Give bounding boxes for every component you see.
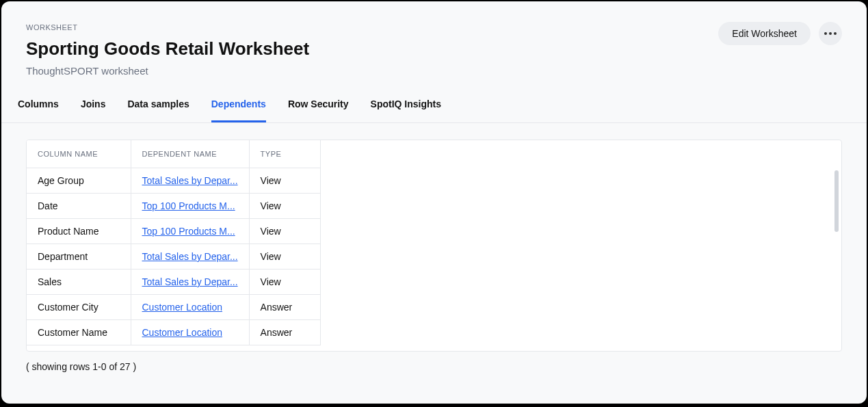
dot-icon	[824, 32, 827, 35]
cell-type: View	[249, 219, 320, 244]
cell-column-name: Date	[27, 194, 131, 219]
table-row: Sales Total Sales by Depar... View	[27, 270, 320, 295]
table-row: Customer City Customer Location Answer	[27, 295, 320, 320]
table-row: Date Top 100 Products M... View	[27, 194, 320, 219]
table-header-row: COLUMN NAME DEPENDENT NAME TYPE	[27, 140, 320, 168]
th-column-name[interactable]: COLUMN NAME	[27, 140, 131, 168]
row-counter: ( showing rows 1-0 of 27 )	[1, 352, 867, 372]
cell-column-name: Customer Name	[27, 320, 131, 345]
cell-type: View	[249, 194, 320, 219]
cell-type: View	[249, 270, 320, 295]
table-container: COLUMN NAME DEPENDENT NAME TYPE Age Grou…	[26, 140, 842, 352]
dot-icon	[834, 32, 837, 35]
dependent-link[interactable]: Total Sales by Depar...	[142, 251, 238, 262]
dependent-link[interactable]: Customer Location	[142, 302, 223, 313]
th-type[interactable]: TYPE	[249, 140, 320, 168]
tab-row-security[interactable]: Row Security	[288, 99, 349, 122]
table-scroll[interactable]: COLUMN NAME DEPENDENT NAME TYPE Age Grou…	[27, 140, 841, 351]
dependent-link[interactable]: Customer Location	[142, 327, 223, 338]
tab-joins[interactable]: Joins	[81, 99, 106, 122]
table-row: Product Name Top 100 Products M... View	[27, 219, 320, 244]
dependent-link[interactable]: Total Sales by Depar...	[142, 276, 238, 287]
tab-dependents[interactable]: Dependents	[211, 99, 266, 122]
cell-type: Answer	[249, 295, 320, 320]
header-actions: Edit Worksheet	[718, 22, 842, 45]
tab-spotiq-insights[interactable]: SpotIQ Insights	[371, 99, 441, 122]
dot-icon	[829, 32, 832, 35]
table-row: Customer Name Customer Location Answer	[27, 320, 320, 345]
cell-column-name: Age Group	[27, 168, 131, 194]
cell-column-name: Sales	[27, 270, 131, 295]
tab-data-samples[interactable]: Data samples	[127, 99, 189, 122]
dependent-link[interactable]: Total Sales by Depar...	[142, 175, 238, 186]
cell-type: View	[249, 168, 320, 194]
scrollbar-track	[834, 170, 839, 348]
cell-type: Answer	[249, 320, 320, 345]
cell-column-name: Department	[27, 244, 131, 270]
header-left: WORKSHEET Sporting Goods Retail Workshee…	[26, 23, 718, 77]
cell-column-name: Product Name	[27, 219, 131, 244]
eyebrow: WORKSHEET	[26, 23, 718, 31]
page-subtitle: ThoughtSPORT worksheet	[26, 65, 718, 77]
table-row: Age Group Total Sales by Depar... View	[27, 168, 320, 194]
th-dependent-name[interactable]: DEPENDENT NAME	[131, 140, 249, 168]
page-title: Sporting Goods Retail Worksheet	[26, 38, 718, 60]
table-row: Department Total Sales by Depar... View	[27, 244, 320, 270]
dependent-link[interactable]: Top 100 Products M...	[142, 200, 235, 211]
dependent-link[interactable]: Top 100 Products M...	[142, 226, 235, 237]
tabs: Columns Joins Data samples Dependents Ro…	[1, 77, 867, 123]
cell-column-name: Customer City	[27, 295, 131, 320]
header: WORKSHEET Sporting Goods Retail Workshee…	[1, 1, 867, 77]
scrollbar-thumb[interactable]	[834, 170, 839, 232]
tab-columns[interactable]: Columns	[18, 99, 59, 122]
app-frame: WORKSHEET Sporting Goods Retail Workshee…	[1, 1, 867, 404]
edit-worksheet-button[interactable]: Edit Worksheet	[718, 22, 811, 45]
dependents-table: COLUMN NAME DEPENDENT NAME TYPE Age Grou…	[27, 140, 321, 345]
cell-type: View	[249, 244, 320, 270]
more-actions-button[interactable]	[819, 22, 842, 45]
